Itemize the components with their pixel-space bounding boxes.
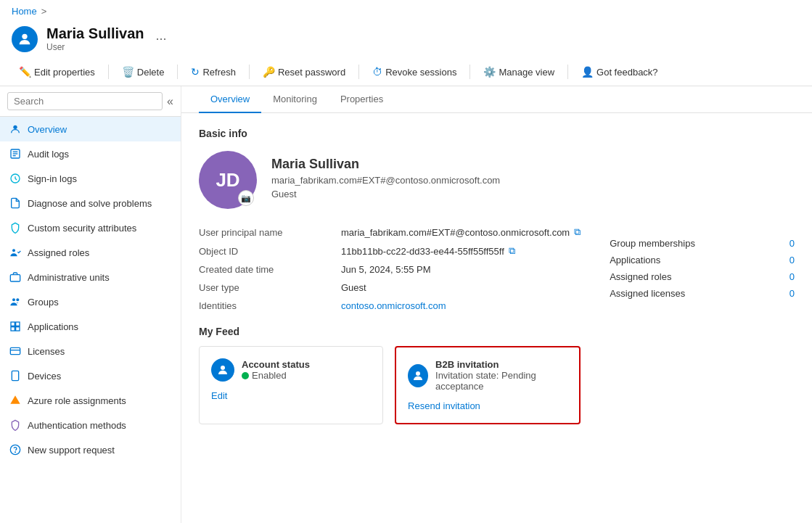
stat-group-memberships: Group memberships 0 <box>610 238 795 249</box>
profile-area: JD 📷 Maria Sullivan maria_fabrikam.com#E… <box>199 151 581 209</box>
toolbar-divider-6 <box>567 65 568 79</box>
edit-icon: ✏️ <box>19 66 31 78</box>
basic-info-title: Basic info <box>199 128 795 139</box>
feedback-button[interactable]: 👤 Got feedback? <box>574 62 665 81</box>
profile-info: Maria Sullivan maria_fabrikam.com#EXT#@c… <box>271 151 500 199</box>
tab-properties[interactable]: Properties <box>329 86 395 113</box>
profile-email: maria_fabrikam.com#EXT#@contoso.onmicros… <box>271 175 500 186</box>
breadcrumb: Home > <box>0 0 812 22</box>
group-memberships-value[interactable]: 0 <box>790 238 795 249</box>
my-feed-title: My Feed <box>199 326 581 337</box>
svg-point-9 <box>12 298 15 301</box>
edit-properties-button[interactable]: ✏️ Edit properties <box>12 62 102 81</box>
more-options-button[interactable]: ··· <box>156 31 167 46</box>
toolbar-divider-4 <box>358 65 359 79</box>
assigned-roles-value[interactable]: 0 <box>790 271 795 282</box>
content-area: Overview Monitoring Properties Basic inf… <box>181 86 812 523</box>
copy-upn-button[interactable]: ⧉ <box>574 226 581 238</box>
applications-value[interactable]: 0 <box>790 255 795 265</box>
sidebar-label-overview: Overview <box>28 124 67 135</box>
camera-button[interactable]: 📷 <box>238 190 254 206</box>
left-column: JD 📷 Maria Sullivan maria_fabrikam.com#E… <box>199 151 581 424</box>
right-column: Group memberships 0 Applications 0 Assig… <box>610 151 795 424</box>
svg-point-10 <box>16 298 19 301</box>
sidebar-item-overview[interactable]: Overview <box>0 117 181 141</box>
stat-assigned-licenses: Assigned licenses 0 <box>610 288 795 299</box>
field-label-usertype: User type <box>199 282 329 293</box>
sidebar-item-diagnose[interactable]: Diagnose and solve problems <box>0 191 181 215</box>
svg-rect-17 <box>12 371 18 380</box>
sidebar-item-custom-security[interactable]: Custom security attributes <box>0 215 181 240</box>
key-icon: 🔑 <box>263 66 275 78</box>
svg-rect-8 <box>10 275 20 281</box>
sidebar-item-licenses[interactable]: Licenses <box>0 339 181 363</box>
b2b-avatar <box>408 364 428 387</box>
profile-name: Maria Sullivan <box>271 157 500 172</box>
revoke-sessions-button[interactable]: ⏱ Revoke sessions <box>365 62 464 81</box>
collapse-icon[interactable]: « <box>167 95 173 108</box>
page-subtitle: User <box>46 42 144 52</box>
svg-point-22 <box>221 366 225 370</box>
sidebar-label-groups: Groups <box>28 297 59 308</box>
sidebar-item-support[interactable]: New support request <box>0 437 181 462</box>
svg-rect-13 <box>11 327 15 331</box>
toolbar-divider-3 <box>249 65 250 79</box>
sidebar-item-audit-logs[interactable]: Audit logs <box>0 141 181 166</box>
applications-icon <box>9 320 22 333</box>
sidebar-label-sign-in-logs: Sign-in logs <box>28 173 77 184</box>
account-status-title: Account status Enabled <box>242 359 310 381</box>
copy-objectid-button[interactable]: ⧉ <box>509 245 515 257</box>
field-value-identities: contoso.onmicrosoft.com <box>341 300 581 311</box>
sidebar-label-azure-roles: Azure role assignments <box>28 395 126 406</box>
reset-password-button[interactable]: 🔑 Reset password <box>255 62 353 81</box>
search-input[interactable] <box>7 92 163 110</box>
sidebar-label-support: New support request <box>28 445 115 456</box>
sidebar-item-azure-roles[interactable]: Azure role assignments <box>0 388 181 413</box>
toolbar: ✏️ Edit properties 🗑️ Delete ↻ Refresh 🔑… <box>0 58 812 86</box>
content-inner: Basic info JD 📷 Maria Sullivan maria_fab… <box>181 113 812 436</box>
resend-invitation-link[interactable]: Resend invitation <box>408 400 567 411</box>
groups-icon <box>9 295 22 308</box>
sidebar-label-audit-logs: Audit logs <box>28 149 69 160</box>
sidebar-item-groups[interactable]: Groups <box>0 289 181 314</box>
field-value-created: Jun 5, 2024, 5:55 PM <box>341 264 581 275</box>
diagnose-icon <box>9 197 22 210</box>
sidebar-item-devices[interactable]: Devices <box>0 363 181 388</box>
tab-overview[interactable]: Overview <box>199 86 261 113</box>
avatar <box>12 26 38 52</box>
card-header-account: Account status Enabled <box>211 358 371 382</box>
breadcrumb-home[interactable]: Home <box>12 6 37 17</box>
svg-point-23 <box>416 371 420 376</box>
feedback-icon: 👤 <box>581 66 594 78</box>
sidebar-label-devices: Devices <box>28 371 61 382</box>
manage-view-button[interactable]: ⚙️ Manage view <box>476 62 562 81</box>
field-label-objectid: Object ID <box>199 245 329 257</box>
delete-button[interactable]: 🗑️ Delete <box>115 62 172 81</box>
header-title-block: Maria Sullivan User <box>46 25 144 52</box>
fields-grid: User principal name maria_fabrikam.com#E… <box>199 226 581 311</box>
custom-security-icon <box>9 221 22 234</box>
account-edit-link[interactable]: Edit <box>211 390 371 401</box>
sidebar-item-admin-units[interactable]: Administrative units <box>0 265 181 289</box>
sidebar-item-applications[interactable]: Applications <box>0 314 181 339</box>
svg-rect-12 <box>16 322 20 326</box>
identities-link[interactable]: contoso.onmicrosoft.com <box>341 300 446 311</box>
assigned-licenses-value[interactable]: 0 <box>790 288 795 299</box>
sidebar: « Overview Audit logs Sign-in logs Diagn… <box>0 86 181 523</box>
svg-point-1 <box>13 125 17 129</box>
account-status-subtitle: Enabled <box>242 370 310 381</box>
overview-icon <box>9 123 22 136</box>
tab-monitoring[interactable]: Monitoring <box>261 86 329 113</box>
refresh-button[interactable]: ↻ Refresh <box>184 62 243 81</box>
card-header-b2b: B2B invitation Invitation state: Pending… <box>408 359 567 392</box>
sidebar-label-licenses: Licenses <box>28 346 65 357</box>
account-status-avatar <box>211 358 234 382</box>
sidebar-item-auth-methods[interactable]: Authentication methods <box>0 413 181 437</box>
licenses-icon <box>9 345 22 358</box>
sidebar-item-sign-in-logs[interactable]: Sign-in logs <box>0 166 181 191</box>
enabled-dot <box>242 372 249 379</box>
settings-icon: ⚙️ <box>483 66 496 78</box>
toolbar-divider-2 <box>177 65 178 79</box>
field-value-upn: maria_fabrikam.com#EXT#@contoso.onmicros… <box>341 226 581 238</box>
sidebar-item-assigned-roles[interactable]: Assigned roles <box>0 240 181 265</box>
